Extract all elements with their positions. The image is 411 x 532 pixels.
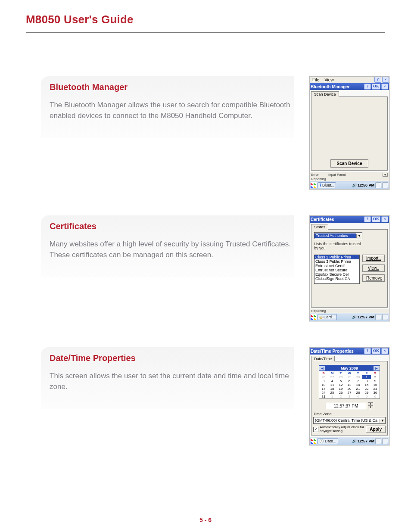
cert-tab-stores[interactable]: Stores (311, 224, 328, 230)
cal-day[interactable]: 18 (328, 387, 336, 391)
cert-close-button[interactable]: × (381, 216, 388, 222)
cal-day[interactable]: 15 (362, 383, 371, 387)
cal-day-next[interactable]: 1 (328, 395, 336, 398)
cal-day[interactable]: 3 (319, 379, 328, 383)
app-close-button[interactable]: × (382, 77, 389, 83)
cert-ok-button[interactable]: OK (372, 216, 380, 222)
cal-day[interactable]: 11 (328, 383, 336, 387)
cal-day[interactable]: 5 (336, 379, 345, 383)
dst-checkbox[interactable]: ✓ (313, 427, 318, 432)
cal-day[interactable]: 31 (319, 395, 328, 398)
cal-day[interactable]: 7 (354, 379, 362, 383)
tray-volume-icon[interactable]: 🔊 (352, 183, 357, 187)
time-spinner[interactable]: ▲▼ (368, 402, 373, 409)
cal-day-next[interactable]: 4 (354, 395, 362, 398)
cal-month-label: May 2009 (325, 366, 374, 370)
dt-close-button[interactable]: × (381, 348, 388, 354)
bt-tab-scan-device[interactable]: Scan Device (311, 91, 339, 97)
taskbar-app-button[interactable]: ◎ Certi... (318, 314, 337, 320)
bt-ok-button[interactable]: OK (372, 84, 380, 90)
behind-error-label: Error (311, 173, 328, 177)
scan-device-button[interactable]: Scan Device (330, 159, 369, 168)
start-button[interactable] (311, 438, 317, 444)
cal-day[interactable]: 27 (345, 391, 354, 395)
dt-ok-button[interactable]: OK (372, 348, 380, 354)
bt-close-button[interactable]: × (381, 84, 388, 90)
dt-tab-datetime[interactable]: Date/Time (311, 356, 335, 361)
menu-file[interactable]: File (310, 78, 322, 82)
cal-day[interactable]: 8 (362, 379, 371, 383)
trusted-authorities-dropdown[interactable]: Trusted Authorities ▼ (314, 232, 362, 239)
tray-desktop-icon[interactable] (382, 182, 388, 188)
cal-day[interactable]: 17 (319, 387, 328, 391)
cal-day[interactable]: 4 (328, 379, 336, 383)
cal-day-next[interactable]: 2 (336, 395, 345, 398)
bt-help-button[interactable]: ? (364, 84, 371, 90)
cal-day[interactable]: 24 (319, 391, 328, 395)
cal-day[interactable]: 2 (371, 375, 380, 379)
cal-day[interactable]: 21 (354, 387, 362, 391)
timezone-dropdown[interactable]: (GMT-06:00) Central Time (US & Ca ▼ (313, 417, 386, 424)
tray-volume-icon[interactable]: 🔊 (352, 315, 357, 319)
cal-day-next[interactable]: 6 (371, 395, 380, 398)
cal-day-prev[interactable]: 30 (354, 375, 362, 379)
import-button[interactable]: Import.. (362, 255, 385, 262)
cal-day[interactable]: 13 (345, 383, 354, 387)
tray-sip-icon[interactable] (375, 182, 381, 188)
tray-desktop-icon[interactable] (382, 438, 388, 444)
app-help-button[interactable]: ? (374, 77, 381, 83)
cal-day-prev[interactable]: 27 (328, 375, 336, 379)
tray-sip-icon[interactable] (375, 438, 381, 444)
calendar[interactable]: ◄ May 2009 ► SMTWTFS26272829301234567891… (319, 365, 380, 399)
dt-help-button[interactable]: ? (364, 348, 371, 354)
cal-day-prev[interactable]: 26 (319, 375, 328, 379)
cal-prev-button[interactable]: ◄ (319, 366, 325, 370)
list-item[interactable]: Class 2 Public Prima (314, 255, 359, 259)
dt-window-title: Date/Time Properties (311, 349, 354, 354)
cal-day-today[interactable]: 1 (362, 375, 371, 379)
apply-button[interactable]: Apply (366, 426, 386, 433)
cal-day[interactable]: 30 (371, 391, 380, 395)
cal-day-next[interactable]: 3 (345, 395, 354, 398)
spinner-up-icon[interactable]: ▲ (368, 402, 373, 406)
start-button[interactable] (311, 314, 317, 320)
tray-sip-icon[interactable] (375, 314, 381, 320)
cal-next-button[interactable]: ► (374, 366, 380, 370)
cal-day[interactable]: 22 (362, 387, 371, 391)
cal-day[interactable]: 14 (354, 383, 362, 387)
dropdown-icon[interactable]: ▼ (383, 173, 388, 177)
cal-day-prev[interactable]: 29 (345, 375, 354, 379)
cal-day[interactable]: 28 (354, 391, 362, 395)
taskbar-app-button[interactable]: 🕒 Date... (318, 438, 338, 444)
cal-day[interactable]: 12 (336, 383, 345, 387)
start-button[interactable] (311, 182, 317, 188)
cal-day[interactable]: 6 (345, 379, 354, 383)
taskbar-app-button[interactable]: ᚼ Bluet... (318, 182, 336, 188)
time-input[interactable]: 12:57:37 PM (326, 403, 366, 409)
list-item[interactable]: Entrust.net Secure (314, 268, 359, 272)
cal-day[interactable]: 10 (319, 383, 328, 387)
cal-day-next[interactable]: 5 (362, 395, 371, 398)
spinner-down-icon[interactable]: ▼ (368, 406, 373, 409)
cal-day[interactable]: 23 (371, 387, 380, 391)
cal-day[interactable]: 19 (336, 387, 345, 391)
taskbar: ᚼ Bluet... 🔊 12:56 PM (310, 181, 389, 189)
cal-day-prev[interactable]: 28 (336, 375, 345, 379)
view-button[interactable]: View.. (362, 264, 385, 272)
cal-day[interactable]: 26 (336, 391, 345, 395)
cal-day[interactable]: 20 (345, 387, 354, 391)
list-item[interactable]: Equifax Secure Cer (314, 272, 359, 277)
list-item[interactable]: GlobalSign Root CA (314, 277, 359, 281)
list-item[interactable]: Entrust.net Certifi (314, 264, 359, 268)
cert-help-button[interactable]: ? (364, 216, 371, 222)
cal-day[interactable]: 16 (371, 383, 380, 387)
list-item[interactable]: Class 3 Public Prima (314, 259, 359, 264)
certificate-listbox[interactable]: Class 2 Public Prima Class 3 Public Prim… (314, 255, 360, 284)
cal-day[interactable]: 9 (371, 379, 380, 383)
remove-button[interactable]: Remove (362, 274, 385, 282)
tray-desktop-icon[interactable] (382, 314, 388, 320)
menu-view[interactable]: View (322, 78, 336, 82)
cal-day[interactable]: 29 (362, 391, 371, 395)
tray-volume-icon[interactable]: 🔊 (352, 439, 357, 443)
cal-day[interactable]: 25 (328, 391, 336, 395)
